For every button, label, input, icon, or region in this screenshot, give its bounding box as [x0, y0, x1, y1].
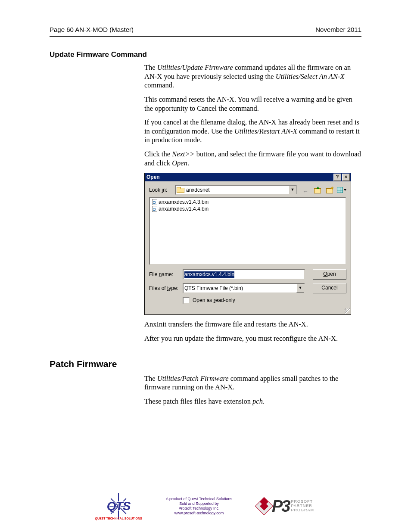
dialog-titlebar[interactable]: Open ? ×: [145, 173, 351, 181]
close-button[interactable]: ×: [342, 174, 350, 181]
folder-new-icon: [326, 187, 333, 193]
lookin-dropdown-button[interactable]: ▼: [289, 186, 296, 194]
qts-logo-text: QTS: [107, 499, 131, 513]
filetype-dropdown-button[interactable]: ▼: [296, 284, 304, 292]
file-name: anxamxdcs.v1.4.3.bin: [159, 199, 209, 205]
heading-update-firmware: Update Firmware Command: [50, 50, 361, 59]
up-one-level-button[interactable]: [313, 186, 322, 195]
cancel-button[interactable]: Cancel: [313, 283, 346, 293]
footer-text: A product of Quest Technical Solutions S…: [166, 497, 232, 516]
dialog-title-text: Open: [146, 174, 160, 180]
resize-grip[interactable]: [145, 308, 351, 314]
file-item[interactable]: anxamxdcs.v1.4.3.bin: [151, 199, 345, 205]
file-icon: [152, 206, 158, 212]
folder-open-icon: [177, 187, 184, 193]
new-folder-button[interactable]: [325, 186, 334, 195]
qts-logo-sub: QUEST TECHNICAL SOLUTIONS: [95, 517, 142, 520]
filename-input[interactable]: anxamxdcs.v1.4.4.bin: [183, 269, 305, 280]
help-button[interactable]: ?: [333, 174, 341, 181]
arrow-left-icon: ←: [302, 188, 308, 192]
back-button[interactable]: ←: [301, 186, 310, 195]
para-8: These patch files files have extension p…: [144, 397, 361, 406]
readonly-label: Open as read-only: [193, 297, 235, 304]
para-2: This command resets the AN-X. You will r…: [144, 95, 361, 113]
file-name: anxamxdcs.v1.4.4.bin: [159, 206, 209, 212]
folder-up-icon: [314, 187, 321, 193]
resize-grip-icon: [345, 308, 350, 314]
views-icon: [337, 186, 346, 194]
para-4: Click the Next>> button, and select the …: [144, 150, 361, 168]
qts-logo: QTS QUEST TECHNICAL SOLUTIONS: [97, 489, 140, 523]
file-list[interactable]: anxamxdcs.v1.4.3.bin anxamxdcs.v1.4.4.bi…: [149, 197, 346, 265]
readonly-checkbox[interactable]: [183, 297, 190, 304]
para-5: AnxInit transfers the firmware file and …: [144, 320, 361, 329]
page-header: Page 60 AN-X-MOD (Master) November 2011: [50, 26, 361, 37]
heading-patch-firmware: Patch Firmware: [50, 359, 361, 369]
para-7: The Utilities/Patch Firmware command app…: [144, 374, 361, 392]
diamond-icon: [255, 498, 273, 515]
file-item[interactable]: anxamxdcs.v1.4.4.bin: [151, 205, 345, 212]
filetype-label: Files of type:: [149, 285, 183, 292]
header-right: November 2011: [315, 26, 361, 33]
lookin-value: anxdcsnet: [186, 187, 289, 193]
prosoft-partner-logo: P3 PROSOFT PARTNER PROGRAM: [258, 494, 314, 518]
open-dialog: Open ? × Look in: anxdcsnet ▼ ←: [144, 173, 351, 315]
lookin-combo[interactable]: anxdcsnet ▼: [175, 185, 297, 195]
views-button[interactable]: [337, 186, 346, 195]
filetype-combo[interactable]: QTS Firmware File (*.bin) ▼: [183, 283, 305, 293]
page-footer: QTS QUEST TECHNICAL SOLUTIONS A product …: [0, 489, 411, 523]
para-6: After you run update the firmware, you m…: [144, 334, 361, 343]
filetype-value: QTS Firmware File (*.bin): [184, 285, 296, 292]
para-1: The Utilities/Update Firmware command up…: [144, 63, 361, 90]
filename-label: File name:: [149, 271, 183, 278]
p3-logo-text: P3: [272, 498, 289, 514]
lookin-label: Look in:: [149, 187, 175, 193]
para-3: If you cancel at the filename dialog, th…: [144, 118, 361, 145]
file-icon: [152, 199, 158, 205]
header-left: Page 60 AN-X-MOD (Master): [50, 26, 134, 33]
open-button[interactable]: Open: [313, 269, 346, 280]
